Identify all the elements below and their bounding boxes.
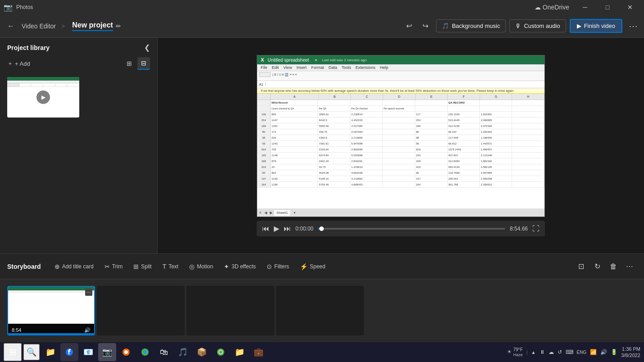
text-button[interactable]: T Text <box>158 261 183 272</box>
taskbar-app-music[interactable]: 🎵 <box>174 343 192 361</box>
sidebar-title: Project library <box>7 44 50 51</box>
notification-bar: If we find anyone who has accuracy below… <box>257 88 544 94</box>
taskbar-app-dropbox[interactable]: 📦 <box>193 343 211 361</box>
maximize-button[interactable]: □ <box>597 0 618 14</box>
minimize-button[interactable]: ─ <box>575 0 595 14</box>
sidebar-content: ▶ <box>0 73 157 253</box>
systray-lang-icon[interactable]: ENG <box>577 350 587 355</box>
storyboard-section: Storyboard ⊕ Add title card ✂ Trim ⊞ Spl… <box>0 253 644 342</box>
rotate-button[interactable]: ↻ <box>590 259 604 274</box>
sheet-tab-1[interactable]: Sheet1 <box>273 209 291 216</box>
preview-spreadsheet: X Untitled spreadsheet ★ Last edit was 2… <box>257 55 544 217</box>
storyboard-clip-1[interactable]: ⋯ 8:54 🔊 <box>7 286 95 335</box>
menu-help[interactable]: Help <box>380 65 388 70</box>
finish-video-button[interactable]: ▶ Finish video <box>570 19 622 33</box>
cell-d1 <box>383 100 415 105</box>
add-sheet-icon[interactable]: + <box>259 210 262 215</box>
back-button[interactable]: ← <box>4 19 18 33</box>
storyboard-clip-3[interactable] <box>186 286 274 335</box>
delete-clip-button[interactable]: 🗑 <box>606 259 621 274</box>
systray-refresh-icon: ↺ <box>558 349 562 355</box>
small-grid-view-button[interactable]: ⊞ <box>123 57 136 70</box>
sheet-nav-right[interactable]: ▶ <box>270 211 272 215</box>
more-clip-options-button[interactable]: ⋯ <box>622 259 637 274</box>
split-button[interactable]: ⊞ Split <box>129 261 156 272</box>
filters-button[interactable]: ⊙ Filters <box>262 261 294 272</box>
breadcrumb-separator: > <box>61 23 65 30</box>
taskbar-app-mail[interactable]: 📧 <box>79 343 97 361</box>
excel-filename: Untitled spreadsheet <box>268 58 309 63</box>
storyboard-clip-4[interactable] <box>276 286 364 335</box>
add-title-card-button[interactable]: ⊕ Add title card <box>50 261 98 272</box>
sheet-more[interactable]: ▾ <box>294 211 295 215</box>
excel-data-area: A B C D E F G H <box>257 94 544 208</box>
svg-point-2 <box>124 350 128 354</box>
play-forward-button[interactable]: ⏭ <box>284 225 291 233</box>
taskbar-app-store[interactable]: 🛍 <box>155 343 173 361</box>
cell-g1 <box>480 100 512 105</box>
system-clock[interactable]: 1:36 PM 3/8/2022 <box>621 346 640 359</box>
taskbar-app-work[interactable]: 💼 <box>249 343 268 361</box>
progress-bar[interactable] <box>318 228 505 230</box>
sheet-nav-left[interactable]: ◀ <box>264 211 267 215</box>
menu-view[interactable]: View <box>283 65 292 70</box>
systray-overflow[interactable]: ▲ <box>531 350 536 355</box>
cell-per-qa-checked: Per QA checked <box>350 106 383 111</box>
taskbar-app-chrome[interactable] <box>212 343 230 361</box>
data-row: 919 735 2103.64 2.862095 919 1375.2443 1… <box>257 147 544 153</box>
more-options-button[interactable]: ⋯ <box>626 19 640 33</box>
trim-button[interactable]: ✂ Trim <box>100 261 127 272</box>
data-row: 56 1243 7391.61 5.947688 56 66.812 1.443… <box>257 141 544 147</box>
taskbar-app-browser-1[interactable] <box>60 343 78 361</box>
sidebar-collapse-button[interactable]: ❮ <box>144 43 150 52</box>
taskbar-apps: 📁 📧 📷 🛍 🎵 📦 📁 💼 <box>41 343 268 361</box>
custom-audio-button[interactable]: 🎙 Custom audio <box>509 19 566 32</box>
toolbar-icons: | B I U A 🔤 ≡ ≡ ≡ <box>272 73 297 77</box>
edit-project-name-icon[interactable]: ✏ <box>116 23 121 30</box>
menu-tools[interactable]: Tools <box>341 65 351 70</box>
redo-button[interactable]: ↪ <box>418 19 432 33</box>
3d-effects-icon: ✦ <box>224 263 229 270</box>
taskbar-app-folder[interactable]: 📁 <box>231 343 249 361</box>
play-back-button[interactable]: ⏮ <box>262 225 269 233</box>
excel-logo: X <box>261 57 264 63</box>
search-button[interactable]: 🔍 <box>23 344 40 360</box>
close-button[interactable]: ✕ <box>620 0 640 14</box>
taskbar-app-files[interactable]: 📁 <box>41 343 59 361</box>
taskbar-app-photos[interactable]: 📷 <box>98 343 116 361</box>
zoom-control[interactable]: 100% <box>259 72 271 77</box>
motion-button[interactable]: ◎ Motion <box>185 261 218 272</box>
start-button[interactable]: ⊞ <box>4 343 22 361</box>
taskbar-app-browser-2[interactable] <box>117 343 135 361</box>
weather-widget[interactable]: ☀ 79°F Haze <box>507 347 523 357</box>
preview-window: X Untitled spreadsheet ★ Last edit was 2… <box>257 55 545 217</box>
add-media-button[interactable]: ＋ + Add <box>7 59 30 68</box>
play-button[interactable]: ▶ <box>274 224 279 233</box>
menu-file[interactable]: File <box>261 65 268 70</box>
systray-power-icon: 🔋 <box>611 349 617 355</box>
menu-extensions[interactable]: Extensions <box>355 65 375 70</box>
storyboard-clip-2[interactable] <box>97 286 185 335</box>
app-header: ← Video Editor > New project ✏ ↩ ↪ 🎵 Bac… <box>0 14 644 38</box>
menu-format[interactable]: Format <box>311 65 324 70</box>
data-row: 98 629 1352.6 2.213960 98 117.548 1.1994… <box>257 135 544 141</box>
col-b-header: B <box>319 94 351 100</box>
taskbar-app-browser-3[interactable] <box>136 343 154 361</box>
fullscreen-button[interactable]: ⛶ <box>532 225 540 233</box>
app-title-label: Video Editor <box>22 23 56 30</box>
split-icon: ⊞ <box>133 263 139 270</box>
storyboard-toolbar: Storyboard ⊕ Add title card ✂ Trim ⊞ Spl… <box>0 254 644 279</box>
sheet-tabs: + ◀ ▶ Sheet1 ▾ <box>257 208 544 217</box>
menu-insert[interactable]: Insert <box>296 65 307 70</box>
undo-button[interactable]: ↩ <box>402 19 416 33</box>
large-grid-view-button[interactable]: ⊟ <box>137 57 150 70</box>
total-duration-display: 8:54.66 <box>510 226 528 232</box>
menu-edit[interactable]: Edit <box>272 65 279 70</box>
speed-button[interactable]: ⚡ Speed <box>295 261 330 272</box>
menu-data[interactable]: Data <box>328 65 337 70</box>
3d-effects-button[interactable]: ✦ 3D effects <box>219 261 260 272</box>
background-music-button[interactable]: 🎵 Background music <box>436 19 506 32</box>
project-thumbnail[interactable]: ▶ <box>7 77 79 118</box>
preview-controls: ⏮ ▶ ⏭ 0:00:00 8:54.66 ⛶ <box>257 221 545 236</box>
crop-resize-button[interactable]: ⊡ <box>574 259 588 274</box>
